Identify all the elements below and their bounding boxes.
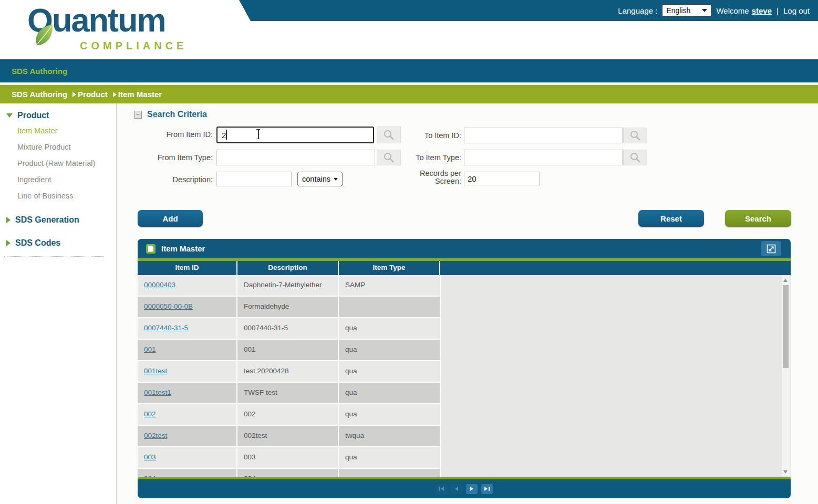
logo-tagline: COMPLIANCE <box>80 40 187 52</box>
cell-item-type <box>339 469 440 477</box>
cell-item-type: qua <box>339 340 440 360</box>
next-page-icon <box>470 487 473 491</box>
language-label: Language : <box>618 6 657 15</box>
leaf-icon <box>32 21 58 47</box>
to-item-id-lookup-button[interactable] <box>623 128 647 143</box>
description-label: Description: <box>117 175 213 184</box>
sidebar-section-sds-generation[interactable]: SDS Generation <box>0 215 116 225</box>
breadcrumb-arrow-icon <box>113 92 117 97</box>
from-item-type-input[interactable] <box>216 150 375 165</box>
item-link[interactable]: 001test1 <box>144 388 171 396</box>
cell-item-type: qua <box>339 318 440 339</box>
breadcrumb-sds-authoring[interactable]: SDS Authoring <box>12 90 67 99</box>
table-body: 00000403 Daphnetin-7-Methylether SAMP 00… <box>138 275 791 477</box>
column-header-item-id[interactable]: Item ID <box>138 261 237 275</box>
description-operator-select[interactable]: contains <box>297 172 343 186</box>
cell-item-type <box>339 297 440 317</box>
description-input[interactable] <box>216 172 292 186</box>
item-link[interactable]: 001test <box>144 367 167 375</box>
item-link[interactable]: 0000050-00-0B <box>144 302 193 310</box>
operator-value: contains <box>302 175 330 183</box>
column-header-description[interactable]: Description <box>237 261 339 275</box>
pagination-bar <box>138 479 791 498</box>
cell-item-type: twqua <box>339 426 440 446</box>
table-row: 00000403 Daphnetin-7-Methylether SAMP <box>138 275 440 297</box>
last-page-icon <box>484 487 488 491</box>
table-row: 001test test 20200428 qua <box>138 361 440 383</box>
cell-item-type: qua <box>339 404 440 425</box>
cell-item-type: SAMP <box>339 275 440 296</box>
item-link[interactable]: 00000403 <box>144 281 175 289</box>
scroll-up-icon[interactable] <box>783 279 788 282</box>
sidebar-item-product-raw-material[interactable]: Product (Raw Material) <box>17 159 116 167</box>
sidebar-item-ingredient[interactable]: Ingredient <box>17 175 116 184</box>
topbar-divider: | <box>776 6 779 15</box>
last-page-button[interactable] <box>481 484 493 494</box>
prev-page-icon <box>455 487 458 491</box>
module-bar: SDS Authoring <box>0 59 818 82</box>
expand-button[interactable] <box>761 241 781 256</box>
sidebar: Product Item Master Mixture Product Prod… <box>0 103 117 504</box>
reset-button[interactable]: Reset <box>638 210 704 227</box>
item-link[interactable]: 001 <box>144 345 156 353</box>
column-header-spacer <box>440 261 791 275</box>
document-icon <box>146 244 156 254</box>
table-row: 002 002 qua <box>138 404 440 426</box>
language-select[interactable]: English <box>662 4 711 17</box>
chevron-down-icon <box>702 9 707 12</box>
from-item-id-input[interactable] <box>216 127 374 143</box>
prev-page-button[interactable] <box>451 484 462 494</box>
sidebar-section-product[interactable]: Product <box>0 111 116 120</box>
next-page-button[interactable] <box>466 484 478 494</box>
from-item-type-label: From Item Type: <box>117 153 213 162</box>
item-master-panel: Item Master Item ID Description Item Typ… <box>138 239 791 498</box>
add-button[interactable]: Add <box>138 210 203 227</box>
records-per-screen-input[interactable] <box>464 172 540 185</box>
sidebar-item-item-master[interactable]: Item Master <box>17 127 116 135</box>
cell-description: 001 <box>237 340 339 360</box>
to-item-type-lookup-button[interactable] <box>623 150 647 165</box>
item-link[interactable]: 002 <box>144 410 156 418</box>
scroll-down-icon[interactable] <box>783 470 788 474</box>
to-item-id-label: To Item ID: <box>366 131 461 140</box>
cell-description: Formaldehyde <box>237 297 339 317</box>
sidebar-section-sds-codes[interactable]: SDS Codes <box>0 238 116 248</box>
item-link[interactable]: 004 <box>144 475 156 477</box>
to-item-id-input[interactable] <box>464 128 623 143</box>
breadcrumb-arrow-icon <box>73 92 76 97</box>
logout-link[interactable]: Log out <box>783 6 810 15</box>
table-rows: 00000403 Daphnetin-7-Methylether SAMP 00… <box>138 275 441 477</box>
search-button[interactable]: Search <box>725 210 791 227</box>
triangle-right-icon <box>6 217 11 223</box>
search-icon <box>629 152 641 163</box>
to-item-type-input[interactable] <box>464 150 623 165</box>
item-link[interactable]: 0007440-31-5 <box>144 324 188 332</box>
main-content: − Search Criteria From Item ID: To Item … <box>117 103 818 504</box>
table-header-row: Item ID Description Item Type <box>138 261 791 275</box>
item-link[interactable]: 002test <box>144 432 167 439</box>
item-link[interactable]: 003 <box>144 453 156 461</box>
sidebar-item-line-of-business[interactable]: Line of Business <box>17 192 116 200</box>
cell-description: Daphnetin-7-Methylether <box>237 275 339 296</box>
cell-description: 002test <box>237 426 339 446</box>
search-criteria-title: Search Criteria <box>147 110 207 119</box>
collapse-minus-icon[interactable]: − <box>134 111 142 119</box>
scrollbar-thumb[interactable] <box>783 285 789 368</box>
breadcrumb-product[interactable]: Product <box>78 90 108 99</box>
cell-description: 0007440-31-5 <box>237 318 339 339</box>
language-value: English <box>666 6 690 15</box>
first-page-icon <box>439 487 440 491</box>
breadcrumb: SDS Authoring Product Item Master <box>0 85 818 103</box>
username-link[interactable]: steve <box>752 6 772 15</box>
column-header-item-type[interactable]: Item Type <box>339 261 440 275</box>
module-title: SDS Authoring <box>12 67 67 76</box>
table-row: 002test 002test twqua <box>138 426 440 447</box>
breadcrumb-item-master: Item Master <box>118 90 162 99</box>
first-page-button[interactable] <box>436 484 447 494</box>
cell-description: 004 <box>237 469 339 477</box>
sidebar-section-label: Product <box>17 111 49 120</box>
top-bar: Language : English Welcome steve | Log o… <box>239 0 818 21</box>
sidebar-item-mixture-product[interactable]: Mixture Product <box>17 143 116 151</box>
cell-item-type: qua <box>339 361 440 382</box>
table-scrollbar[interactable] <box>782 276 790 476</box>
